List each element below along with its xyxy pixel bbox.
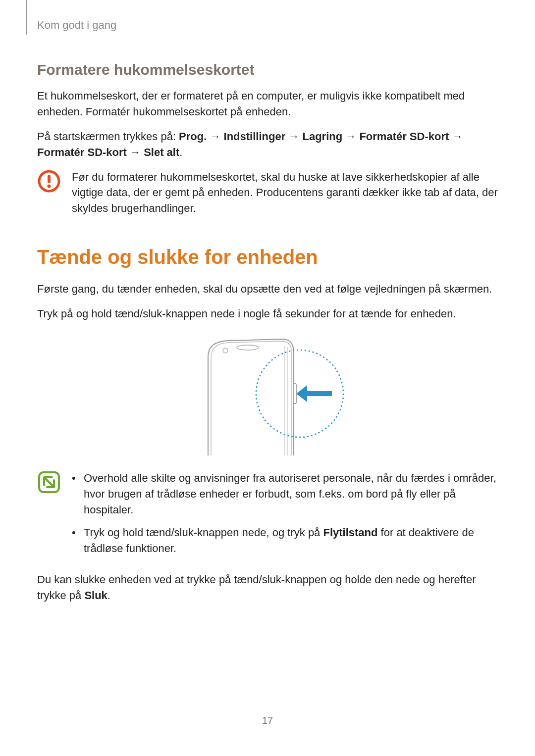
format-paragraph-2: På startskærmen trykkes på: Prog. → Inds… <box>37 129 498 160</box>
arrow: → <box>127 146 144 158</box>
svg-point-3 <box>237 345 259 350</box>
caution-text: Før du formaterer hukommelseskortet, ska… <box>72 169 498 217</box>
text: På startskærmen trykkes på: <box>37 130 179 143</box>
text: . <box>179 146 182 158</box>
text: Tryk og hold tænd/sluk-knappen nede, og … <box>84 526 323 539</box>
svg-point-4 <box>223 348 228 353</box>
arrow: → <box>342 130 359 143</box>
note-callout: Overhold alle skilte og anvisninger fra … <box>37 470 498 563</box>
note-icon <box>37 470 61 494</box>
arrow: → <box>449 130 463 143</box>
menu-path-storage: Lagring <box>302 130 342 143</box>
arrow: → <box>207 130 223 143</box>
power-off-label: Sluk <box>84 589 107 602</box>
menu-path-settings: Indstillinger <box>224 130 286 143</box>
page-vertical-rule <box>26 0 27 35</box>
svg-rect-7 <box>293 384 296 403</box>
svg-point-2 <box>47 184 51 188</box>
power-paragraph-3: Du kan slukke enheden ved at trykke på t… <box>37 572 498 604</box>
breadcrumb: Kom godt i gang <box>37 19 498 32</box>
note-bullet-list: Overhold alle skilte og anvisninger fra … <box>72 470 498 563</box>
caution-callout: Før du formaterer hukommelseskortet, ska… <box>37 169 498 217</box>
section-heading-power: Tænde og slukke for enheden <box>37 246 498 268</box>
caution-icon <box>37 169 61 193</box>
menu-path-prog: Prog. <box>179 130 207 143</box>
page-content: Kom godt i gang Formatere hukommelseskor… <box>0 0 535 604</box>
page-number: 17 <box>0 715 535 726</box>
note-bullet-2: Tryk og hold tænd/sluk-knappen nede, og … <box>72 525 498 556</box>
power-button-illustration <box>37 337 498 455</box>
arrow: → <box>285 130 302 143</box>
menu-path-format-sd-2: Formatér SD-kort <box>37 146 127 158</box>
section-heading-format: Formatere hukommelseskortet <box>37 61 498 78</box>
note-bullet-1: Overhold alle skilte og anvisninger fra … <box>72 470 498 518</box>
svg-rect-1 <box>48 175 51 183</box>
format-paragraph-1: Et hukommelseskort, der er formateret på… <box>37 88 498 120</box>
power-paragraph-2: Tryk på og hold tænd/sluk-knappen nede i… <box>37 306 498 322</box>
menu-path-format-sd: Formatér SD-kort <box>359 130 449 143</box>
airplane-mode-label: Flytilstand <box>323 526 377 539</box>
power-paragraph-1: Første gang, du tænder enheden, skal du … <box>37 281 498 297</box>
text: . <box>107 589 110 602</box>
menu-path-delete-all: Slet alt <box>144 146 179 158</box>
